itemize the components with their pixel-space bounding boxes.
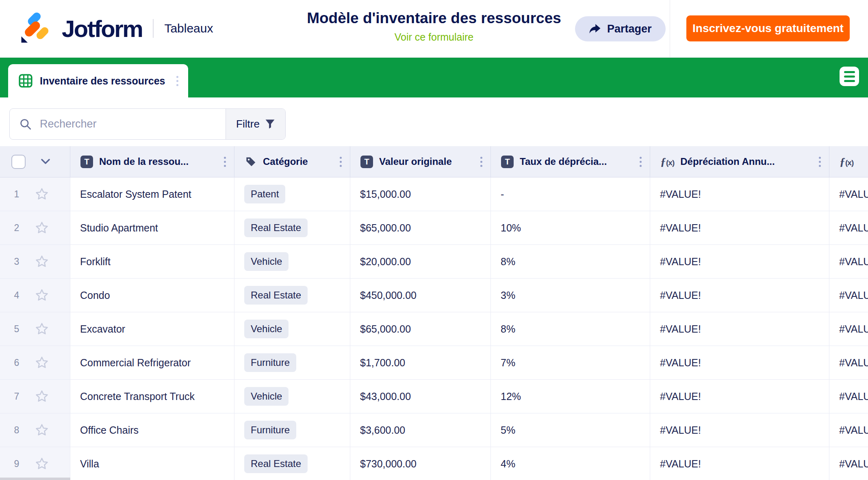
tab-label: Inventaire des ressources [40, 75, 167, 87]
row-number: 5 [11, 324, 22, 335]
cell-category[interactable]: Vehicle [234, 245, 350, 278]
cell-name[interactable]: Excavator [70, 312, 234, 346]
brand[interactable]: Jotform Tableaux [18, 11, 213, 45]
hamburger-icon [844, 71, 855, 73]
cell-depreciation-rate[interactable]: 10% [491, 211, 650, 244]
favorite-star-icon[interactable] [35, 221, 49, 235]
cell-category[interactable]: Vehicle [234, 380, 350, 413]
cell-name[interactable]: Villa [70, 447, 234, 480]
search-box[interactable] [10, 109, 226, 139]
favorite-star-icon[interactable] [35, 356, 49, 370]
cell-name[interactable]: Concrete Transport Truck [70, 380, 234, 413]
cell-annual-depreciation[interactable]: #VALUE! [650, 413, 829, 447]
column-header-original-value[interactable]: T Valeur originale [350, 146, 491, 177]
column-header-category[interactable]: Catégorie [234, 146, 350, 177]
cell-current-value[interactable]: #VALUE! [829, 380, 868, 413]
column-kebab-icon[interactable] [817, 154, 822, 169]
cell-original-value[interactable]: $20,000.00 [350, 245, 491, 278]
cell-depreciation-rate[interactable]: 8% [491, 312, 650, 346]
cell-original-value[interactable]: $1,700.00 [350, 346, 491, 379]
cell-current-value[interactable]: #VALUE! [829, 413, 868, 447]
cell-name[interactable]: Studio Apartment [70, 211, 234, 244]
cell-depreciation-rate[interactable]: 7% [491, 346, 650, 379]
row-gutter: 7 [0, 380, 70, 413]
cell-name[interactable]: Forklift [70, 245, 234, 278]
signup-button[interactable]: Inscrivez-vous gratuitement [686, 15, 850, 41]
row-number: 8 [11, 425, 22, 436]
cell-original-value[interactable]: $450,000.00 [350, 279, 491, 312]
cell-annual-depreciation[interactable]: #VALUE! [650, 211, 829, 244]
cell-category[interactable]: Patent [234, 177, 350, 211]
favorite-star-icon[interactable] [35, 457, 49, 471]
column-header-current-value[interactable]: ƒ(x) Va [829, 146, 868, 177]
cell-current-value[interactable]: #VALUE! [829, 245, 868, 278]
cell-current-value[interactable]: #VALUE! [829, 312, 868, 346]
search-input[interactable] [40, 118, 216, 130]
cell-original-value[interactable]: $65,000.00 [350, 312, 491, 346]
column-header-depreciation-rate[interactable]: T Taux de déprécia... [491, 146, 650, 177]
cell-category[interactable]: Real Estate [234, 279, 350, 312]
cell-category[interactable]: Vehicle [234, 312, 350, 346]
cell-original-value[interactable]: $3,600.00 [350, 413, 491, 447]
cell-original-value[interactable]: $65,000.00 [350, 211, 491, 244]
cell-category[interactable]: Real Estate [234, 211, 350, 244]
favorite-star-icon[interactable] [35, 255, 49, 268]
tab-inventaire-des-ressources[interactable]: Inventaire des ressources [8, 64, 188, 97]
sheet-menu-button[interactable] [840, 67, 859, 86]
cell-depreciation-rate[interactable]: 5% [491, 413, 650, 447]
row-number: 6 [11, 357, 22, 368]
cell-depreciation-rate[interactable]: 12% [491, 380, 650, 413]
view-form-link[interactable]: Voir ce formulaire [395, 31, 474, 43]
table-grid-icon [19, 74, 33, 88]
cell-category[interactable]: Furniture [234, 413, 350, 447]
favorite-star-icon[interactable] [35, 389, 49, 403]
cell-annual-depreciation[interactable]: #VALUE! [650, 177, 829, 211]
cell-depreciation-rate[interactable]: 3% [491, 279, 650, 312]
cell-depreciation-rate[interactable]: - [491, 177, 650, 211]
cell-annual-depreciation[interactable]: #VALUE! [650, 279, 829, 312]
cell-original-value[interactable]: $43,000.00 [350, 380, 491, 413]
select-all-checkbox[interactable] [11, 155, 26, 169]
cell-annual-depreciation[interactable]: #VALUE! [650, 346, 829, 379]
column-kebab-icon[interactable] [222, 154, 228, 169]
cell-current-value[interactable]: #VALUE! [829, 447, 868, 480]
cell-depreciation-rate[interactable]: 8% [491, 245, 650, 278]
jotform-tables-page: Jotform Tableaux Modèle d'inventaire des… [0, 0, 868, 480]
cell-name[interactable]: Condo [70, 279, 234, 312]
favorite-star-icon[interactable] [35, 423, 49, 437]
row-number: 2 [11, 223, 22, 234]
cell-category[interactable]: Real Estate [234, 447, 350, 480]
chevron-down-icon[interactable] [41, 159, 50, 164]
column-kebab-icon[interactable] [638, 154, 643, 169]
tab-options-kebab-icon[interactable] [175, 74, 180, 89]
favorite-star-icon[interactable] [35, 187, 49, 201]
cell-annual-depreciation[interactable]: #VALUE! [650, 245, 829, 278]
cell-original-value[interactable]: $730,000.00 [350, 447, 491, 480]
row-number: 3 [11, 256, 22, 267]
cell-name[interactable]: Escalator System Patent [70, 177, 234, 211]
column-kebab-icon[interactable] [479, 154, 484, 169]
column-kebab-icon[interactable] [338, 154, 343, 169]
column-header-annual-depreciation[interactable]: ƒ(x) Dépréciation Annu... [650, 146, 829, 177]
cell-name[interactable]: Office Chairs [70, 413, 234, 447]
cell-original-value[interactable]: $15,000.00 [350, 177, 491, 211]
search-icon [20, 118, 32, 130]
cell-current-value[interactable]: #VALUE! [829, 346, 868, 379]
cell-current-value[interactable]: #VALUE! [829, 211, 868, 244]
cell-current-value[interactable]: #VALUE! [829, 177, 868, 211]
cell-current-value[interactable]: #VALUE! [829, 279, 868, 312]
cell-name[interactable]: Commercial Refrigerator [70, 346, 234, 379]
cell-category[interactable]: Furniture [234, 346, 350, 379]
cell-depreciation-rate[interactable]: 4% [491, 447, 650, 480]
title-block: Modèle d'inventaire des ressources Voir … [288, 10, 580, 43]
cell-annual-depreciation[interactable]: #VALUE! [650, 312, 829, 346]
cell-annual-depreciation[interactable]: #VALUE! [650, 380, 829, 413]
horizontal-scrollbar-thumb[interactable] [0, 478, 70, 480]
filter-button[interactable]: Filtre [226, 109, 285, 139]
share-button[interactable]: Partager [575, 16, 666, 41]
favorite-star-icon[interactable] [35, 322, 49, 336]
category-badge: Vehicle [244, 320, 289, 338]
favorite-star-icon[interactable] [35, 288, 49, 302]
cell-annual-depreciation[interactable]: #VALUE! [650, 447, 829, 480]
column-header-name[interactable]: T Nom de la ressou... [70, 146, 234, 177]
